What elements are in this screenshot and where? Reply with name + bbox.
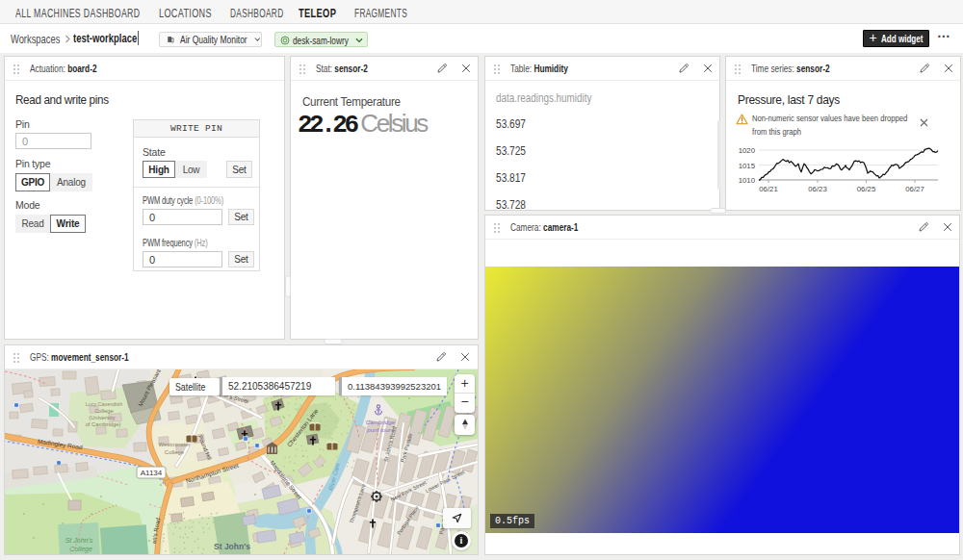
svg-text:1015: 1015 (739, 162, 756, 170)
svg-text:06/27: 06/27 (905, 185, 924, 193)
svg-text:A1134: A1134 (141, 469, 163, 477)
svg-text:College: College (94, 408, 114, 414)
svg-text:College: College (69, 546, 92, 553)
svg-text:St John's: St John's (65, 537, 93, 544)
svg-text:(University: (University (89, 415, 115, 420)
svg-text:06/25: 06/25 (857, 185, 876, 193)
svg-text:Lucy Cavendish: Lucy Cavendish (86, 401, 122, 407)
svg-text:Cambridge: Cambridge (366, 419, 396, 425)
svg-text:06/21: 06/21 (759, 185, 778, 193)
svg-text:06/23: 06/23 (808, 185, 827, 193)
svg-text:of Cambridge): of Cambridge) (86, 421, 121, 427)
svg-text:1020: 1020 (739, 146, 756, 155)
svg-text:Westminster: Westminster (158, 442, 190, 447)
svg-text:St John's: St John's (214, 542, 250, 551)
svg-text:1010: 1010 (739, 176, 756, 185)
svg-text:College: College (165, 449, 185, 455)
